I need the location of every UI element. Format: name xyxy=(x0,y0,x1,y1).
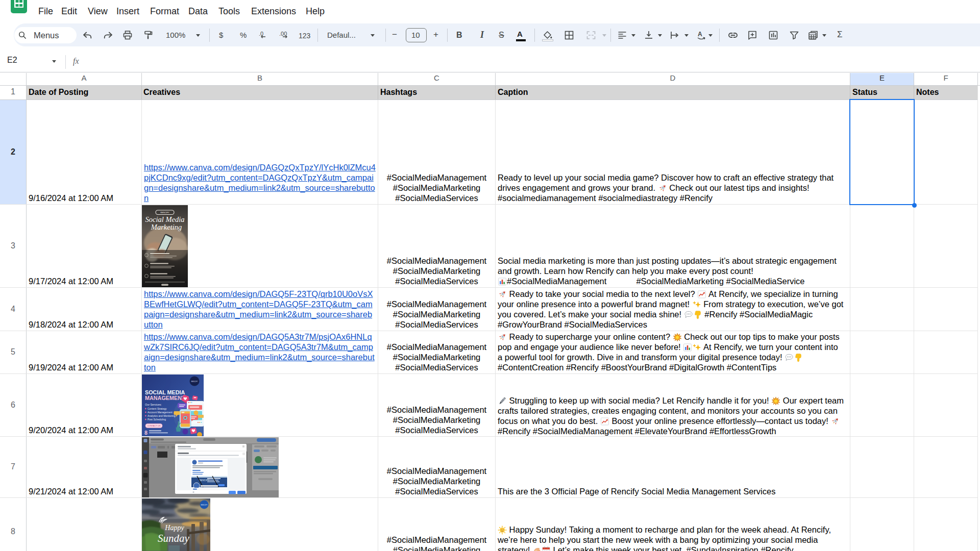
svg-text:Sunday: Sunday xyxy=(158,532,190,544)
svg-text:CONTACT US: CONTACT US xyxy=(148,424,161,427)
svg-text:Content Strategy: Content Strategy xyxy=(148,407,167,410)
svg-text:Happy: Happy xyxy=(164,524,184,532)
svg-text:.0: .0 xyxy=(259,31,263,37)
svg-text:RENCIFY: RENCIFY xyxy=(201,504,207,506)
svg-text:MANAGEMENT: MANAGEMENT xyxy=(145,395,185,401)
svg-text:Our Services:: Our Services: xyxy=(145,403,162,406)
svg-text:Post Scheduling: Post Scheduling xyxy=(148,418,166,421)
svg-text:Social Media: Social Media xyxy=(145,215,185,223)
svg-text:Analytics and Monitoring: Analytics and Monitoring xyxy=(148,414,176,417)
svg-text:A: A xyxy=(698,31,702,38)
svg-text:RENCIFY: RENCIFY xyxy=(191,381,198,383)
svg-text:Marketing: Marketing xyxy=(151,223,182,231)
svg-text:8: 8 xyxy=(144,430,148,436)
svg-text:Account Management: Account Management xyxy=(148,411,173,414)
svg-text:SOCIAL MEDIA: SOCIAL MEDIA xyxy=(145,389,185,395)
svg-text:RENCIFY: RENCIFY xyxy=(160,211,169,214)
